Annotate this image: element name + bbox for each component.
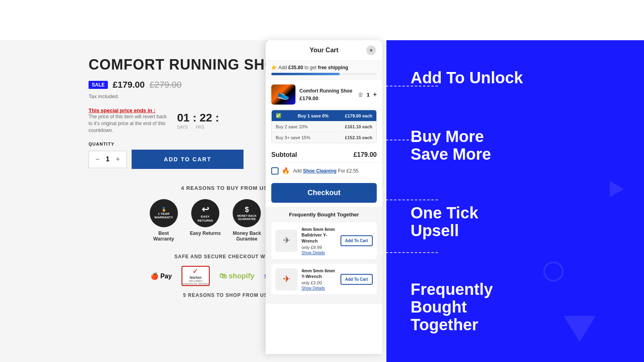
cart-item: 👟 Comfort Running Shoe £179.00 🗑 1 + (266, 80, 382, 110)
annotations-panel: Add To Unlock Buy MoreSave More One Tick… (386, 40, 644, 362)
cart-item-delete-button[interactable]: 🗑 (358, 91, 363, 98)
fbt-item-2-price: only £3.00 (301, 280, 336, 285)
quantity-control: − 1 + (89, 151, 127, 168)
upsell-checkbox[interactable] (271, 167, 279, 175)
top-bar (0, 0, 644, 40)
quantity-tiers: ✅ Buy 1 save 0% £179.00 each Buy 2 save … (271, 110, 377, 143)
upsell-link[interactable]: Shoe Cleaning (303, 168, 336, 174)
fbt-item-1-image: ✈ (275, 230, 297, 252)
annotation-add-to-unlock: Add To Unlock (411, 69, 620, 86)
fire-icon: 🔥 (282, 167, 290, 175)
norton-text: Norton (190, 276, 202, 280)
fbt-item-2-add-button[interactable]: Add To Cart (341, 274, 373, 285)
returns-icon: ↩ (202, 204, 209, 215)
tier-2-label: Buy 2 save 10% (276, 124, 308, 129)
annotation-buy-more: Buy MoreSave More (411, 128, 620, 163)
cart-item-increase-button[interactable]: + (373, 91, 377, 98)
quantity-increase-button[interactable]: + (116, 155, 120, 164)
shipping-suffix: to get (304, 65, 318, 70)
norton-check-icon: ✓ (192, 267, 198, 276)
reason-moneyback-label: Money BackGurantee (233, 230, 261, 242)
cart-close-button[interactable]: × (366, 45, 376, 55)
cart-panel[interactable]: Your Cart × 👉 Add £35.80 to get free shi… (266, 40, 382, 354)
frequently-bought-together: Frequently Bought Together ✈ 4mm 5mm 6mm… (266, 207, 382, 304)
cart-item-image: 👟 (271, 84, 295, 105)
shipping-emphasis: free shipping (318, 65, 348, 70)
days-label: Days (177, 125, 188, 130)
upsell-row: 🔥 Add Shoe Cleaning For £2.55 (266, 163, 382, 179)
subtotal-label: Subtotal (271, 151, 297, 158)
shipping-amount: £35.80 (288, 65, 303, 70)
shipping-progress-fill (271, 73, 340, 75)
reason-moneyback-circle: $ MONEY BACK GUARANTEE (233, 199, 261, 227)
quantity-value: 1 (104, 156, 112, 163)
price-current: £179.00 (113, 80, 145, 90)
annotation-one-tick: One TickUpsell (411, 204, 620, 239)
shipping-emoji: 👉 Add (271, 65, 288, 70)
shopify-logo: 🛍 shopify (219, 272, 254, 280)
reason-warranty-label: BestWarranty (153, 230, 174, 242)
cart-title: Your Cart (310, 47, 339, 54)
countdown-unit-labels: Days Hrs (177, 125, 219, 130)
fbt-item-1-add-button[interactable]: Add To Cart (341, 235, 373, 246)
reason-returns-circle: ↩ EASY RETURNS (191, 199, 219, 227)
fbt-item-2-name: 4mm 5mm 6mm Y-Wrench (301, 268, 336, 280)
price-original: £279.00 (150, 80, 182, 90)
fbt-item-1-name: 4mm 5mm 6mm Balldriver Y-Wrench (301, 226, 336, 244)
cart-header: Your Cart × (266, 40, 382, 61)
reason-returns-label: Easy Returns (190, 230, 221, 236)
sale-badge: SALE (89, 81, 108, 89)
fbt-title: Frequently Bought Together (271, 212, 377, 218)
shipping-text: 👉 Add £35.80 to get free shipping (271, 65, 377, 70)
upsell-text: Add Shoe Cleaning For £2.55 (293, 168, 359, 174)
norton-badge: ✓ Norton SECURED powered by VeriSign (182, 266, 210, 286)
hrs-label: Hrs (196, 125, 204, 130)
shipping-progress-bar (271, 73, 377, 75)
cart-item-quantity: 1 (365, 92, 372, 98)
tier-row-2[interactable]: Buy 2 save 10% £161.10 each (272, 121, 376, 132)
subtotal-row: Subtotal £179.00 (266, 147, 382, 163)
warranty-icon: 🏅 (161, 207, 166, 212)
fbt-item-1-price: only £9.99 (301, 245, 336, 250)
fbt-item-1-link[interactable]: Show Details (301, 251, 336, 255)
tier-1-check-icon: ✅ (276, 113, 281, 118)
cart-item-name: Comfort Running Shoe (299, 88, 354, 94)
tier-1-price: £179.00 each (345, 113, 372, 118)
annotation-fbt: FrequentlyBoughtTogether (411, 280, 620, 333)
fbt-item-1-info: 4mm 5mm 6mm Balldriver Y-Wrench only £9.… (301, 226, 336, 255)
quantity-decrease-button[interactable]: − (95, 155, 100, 164)
reason-warranty: 🏅 1 YEAR WARRANTY BestWarranty (150, 199, 178, 242)
reason-moneyback: $ MONEY BACK GUARANTEE Money BackGurante… (233, 199, 261, 242)
tier-2-price: £161.10 each (345, 124, 372, 129)
norton-sub: powered by VeriSign (183, 282, 208, 285)
subtotal-value: £179.00 (353, 151, 377, 158)
reason-warranty-circle: 🏅 1 YEAR WARRANTY (150, 199, 178, 227)
moneyback-icon: $ (245, 206, 249, 214)
fbt-item-2-image: ✈ (275, 268, 297, 290)
tier-row-3[interactable]: Buy 3+ save 15% £152.15 each (272, 132, 376, 143)
shipping-bar: 👉 Add £35.80 to get free shipping (266, 61, 382, 80)
tier-row-1[interactable]: ✅ Buy 1 save 0% £179.00 each (272, 110, 376, 121)
fbt-item-2: ✈ 4mm 5mm 6mm Y-Wrench only £3.00 Show D… (271, 264, 377, 295)
add-to-cart-button[interactable]: ADD TO CART (132, 150, 244, 169)
tier-3-label: Buy 3+ save 15% (276, 135, 310, 140)
tier-1-label: Buy 1 save 0% (298, 113, 328, 118)
fbt-item-1: ✈ 4mm 5mm 6mm Balldriver Y-Wrench only £… (271, 222, 377, 259)
cart-item-info: Comfort Running Shoe £179.00 (299, 88, 354, 101)
countdown-label: This special price ends in : (89, 107, 169, 113)
tier-3-price: £152.15 each (345, 135, 372, 140)
checkout-button[interactable]: Checkout (271, 183, 377, 203)
countdown-description: The price of this item will revert back … (89, 113, 169, 134)
cart-item-price: £179.00 (299, 95, 354, 101)
cart-item-controls: 🗑 1 + (358, 91, 377, 98)
fbt-item-2-info: 4mm 5mm 6mm Y-Wrench only £3.00 Show Det… (301, 268, 336, 291)
fbt-item-2-link[interactable]: Show Details (301, 286, 336, 290)
countdown-timer: 01 : 22 : (177, 111, 219, 124)
reason-returns: ↩ EASY RETURNS Easy Returns (190, 199, 221, 242)
apple-pay-logo: 🍎 Pay (151, 272, 172, 280)
